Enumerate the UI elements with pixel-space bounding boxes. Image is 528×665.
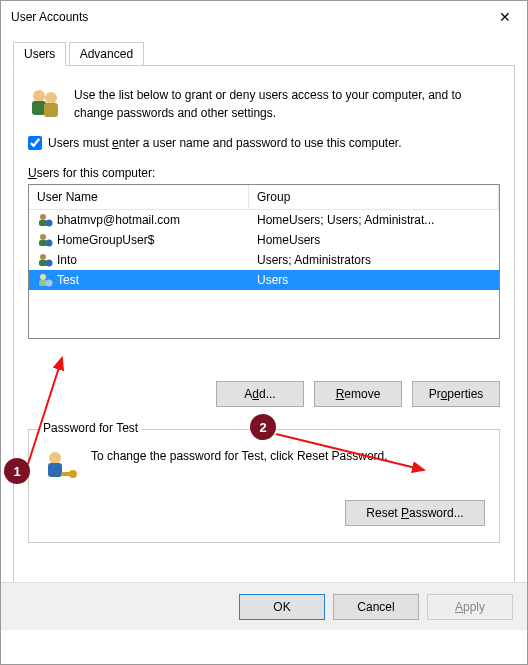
svg-point-7	[40, 234, 46, 240]
listview-body: bhatmvp@hotmail.com HomeUsers; Users; Ad…	[29, 210, 499, 290]
window-title: User Accounts	[11, 10, 88, 24]
apply-button[interactable]: Apply	[427, 594, 513, 620]
user-name-cell: bhatmvp@hotmail.com	[57, 213, 180, 227]
svg-point-16	[49, 452, 61, 464]
cancel-button[interactable]: Cancel	[333, 594, 419, 620]
require-login-label: Users must enter a user name and passwor…	[48, 136, 402, 150]
svg-rect-1	[32, 101, 46, 115]
svg-point-2	[45, 92, 57, 104]
add-button[interactable]: Add...	[216, 381, 304, 407]
column-header-group[interactable]: Group	[249, 185, 499, 209]
user-icon	[37, 232, 53, 248]
list-item[interactable]: bhatmvp@hotmail.com HomeUsers; Users; Ad…	[29, 210, 499, 230]
svg-point-19	[69, 470, 77, 478]
users-listview[interactable]: User Name Group bhatmvp@hotmail.com Home…	[28, 184, 500, 339]
user-action-buttons: Add... Remove Properties	[28, 381, 500, 407]
listview-header: User Name Group	[29, 185, 499, 210]
require-login-checkbox[interactable]	[28, 136, 42, 150]
dialog-button-bar: OK Cancel Apply	[1, 582, 527, 630]
annotation-badge-1: 1	[4, 458, 30, 484]
close-icon: ✕	[499, 9, 511, 25]
user-group-cell: Users; Administrators	[249, 252, 499, 268]
intro-text: Use the list below to grant or deny user…	[74, 86, 500, 122]
tabstrip: Users Advanced	[13, 41, 515, 65]
user-icon	[37, 252, 53, 268]
svg-rect-17	[48, 463, 62, 477]
users-icon	[28, 86, 62, 120]
svg-point-9	[46, 240, 53, 247]
require-login-checkbox-row: Users must enter a user name and passwor…	[28, 136, 500, 150]
user-group-cell: HomeUsers	[249, 232, 499, 248]
svg-point-10	[40, 254, 46, 260]
column-header-username[interactable]: User Name	[29, 185, 249, 209]
list-item[interactable]: Test Users	[29, 270, 499, 290]
ok-button[interactable]: OK	[239, 594, 325, 620]
svg-point-12	[46, 260, 53, 267]
user-name-cell: HomeGroupUser$	[57, 233, 154, 247]
remove-button[interactable]: Remove	[314, 381, 402, 407]
properties-button[interactable]: Properties	[412, 381, 500, 407]
tab-advanced[interactable]: Advanced	[69, 42, 144, 65]
svg-point-15	[46, 280, 53, 287]
user-icon	[37, 272, 53, 288]
key-user-icon	[43, 448, 77, 482]
content-area: Users Advanced Use the list below to gra…	[1, 33, 527, 630]
user-group-cell: HomeUsers; Users; Administrat...	[249, 212, 499, 228]
tab-users[interactable]: Users	[13, 42, 66, 66]
close-button[interactable]: ✕	[482, 1, 527, 33]
user-icon	[37, 212, 53, 228]
list-item[interactable]: HomeGroupUser$ HomeUsers	[29, 230, 499, 250]
svg-point-13	[40, 274, 46, 280]
svg-point-4	[40, 214, 46, 220]
intro-row: Use the list below to grant or deny user…	[28, 86, 500, 122]
list-item[interactable]: Into Users; Administrators	[29, 250, 499, 270]
reset-password-button[interactable]: Reset Password...	[345, 500, 485, 526]
svg-point-0	[33, 90, 45, 102]
user-group-cell: Users	[249, 272, 499, 288]
password-instruction-text: To change the password for Test, click R…	[91, 448, 485, 465]
annotation-badge-2: 2	[250, 414, 276, 440]
password-group: Password for Test To change the password…	[28, 429, 500, 543]
svg-point-6	[46, 220, 53, 227]
tab-panel-users: Use the list below to grant or deny user…	[13, 65, 515, 618]
user-name-cell: Test	[57, 273, 79, 287]
password-group-legend: Password for Test	[39, 421, 142, 435]
svg-rect-3	[44, 103, 58, 117]
users-list-label: Users for this computer:	[28, 166, 500, 180]
user-name-cell: Into	[57, 253, 77, 267]
titlebar: User Accounts ✕	[1, 1, 527, 33]
